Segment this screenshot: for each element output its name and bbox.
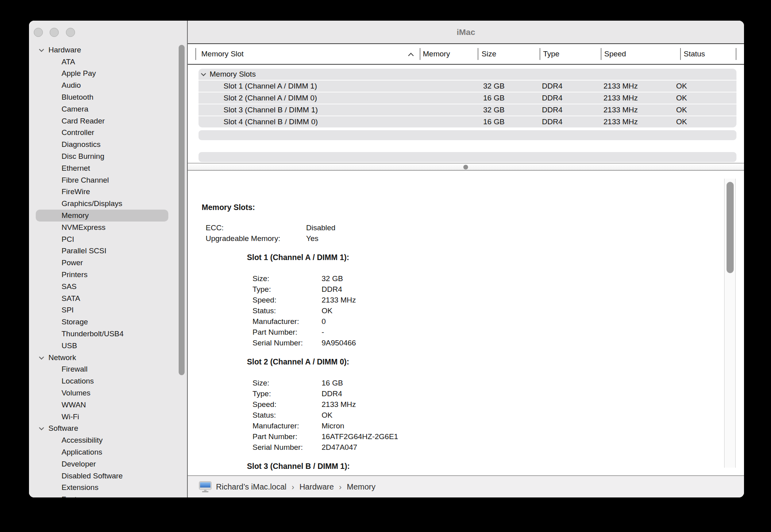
sidebar-item-pci[interactable]: PCI — [29, 233, 187, 245]
sidebar-scrollbar-thumb[interactable] — [179, 45, 185, 375]
column-header-status[interactable]: Status — [684, 50, 705, 58]
field-value: Disabled — [306, 222, 335, 233]
detail-content: Memory Slots: ECC: Disabled Upgradeable … — [188, 171, 744, 475]
cell-type: DDR4 — [542, 82, 563, 91]
breadcrumb-separator: › — [291, 482, 295, 492]
chevron-down-icon[interactable] — [39, 355, 44, 360]
sidebar-item-applications[interactable]: Applications — [29, 446, 187, 458]
detail-field: Upgradeable Memory: Yes — [206, 233, 744, 244]
field-label: Manufacturer: — [253, 316, 322, 327]
sidebar-item-memory[interactable]: Memory — [29, 210, 187, 222]
sidebar: Hardware ATA Apple Pay Audio Bluetooth C… — [29, 21, 188, 497]
sidebar-item-parallel-scsi[interactable]: Parallel SCSI — [29, 245, 187, 257]
zoom-button[interactable] — [66, 28, 75, 37]
sidebar-item-apple-pay[interactable]: Apple Pay — [29, 68, 187, 80]
sidebar-item-storage[interactable]: Storage — [29, 316, 187, 328]
window-title: iMac — [188, 27, 744, 37]
sidebar-item-controller[interactable]: Controller — [29, 127, 187, 139]
close-button[interactable] — [34, 28, 43, 37]
sidebar-item-camera[interactable]: Camera — [29, 103, 187, 115]
table-row[interactable]: Slot 4 (Channel B / DIMM 0) 16 GB DDR4 2… — [199, 116, 736, 127]
sidebar-item-software[interactable]: Software — [29, 423, 187, 435]
sidebar-item-nvmexpress[interactable]: NVMExpress — [29, 222, 187, 233]
slot-fields: Size:16 GB Type:DDR4 Speed:2133 MHz Stat… — [202, 378, 744, 453]
sidebar-item-wwan[interactable]: WWAN — [29, 399, 187, 411]
breadcrumb-item-memory: Memory — [347, 482, 376, 492]
sidebar-item-developer[interactable]: Developer — [29, 458, 187, 470]
column-separator[interactable] — [680, 48, 681, 60]
minimize-button[interactable] — [50, 28, 59, 37]
desktop: { "window": { "title": "iMac" }, "sideba… — [0, 0, 771, 532]
sidebar-item-ethernet[interactable]: Ethernet — [29, 162, 187, 174]
cell-type: DDR4 — [542, 118, 563, 126]
sidebar-item-network[interactable]: Network — [29, 352, 187, 364]
pane-splitter[interactable] — [188, 163, 744, 171]
field-label: Status: — [253, 410, 322, 420]
splitter-handle-icon[interactable] — [463, 165, 468, 170]
slot-1-section: Slot 1 (Channel A / DIMM 1): Size:32 GB … — [202, 252, 744, 348]
cell-size: 16 GB — [483, 94, 505, 102]
slot-heading: Slot 1 (Channel A / DIMM 1): — [247, 252, 744, 263]
field-value: 2133 MHz — [322, 295, 356, 305]
detail-scrollbar-thumb[interactable] — [727, 182, 734, 273]
field-value: 0 — [322, 316, 326, 327]
slot-3-section: Slot 3 (Channel B / DIMM 1): Size:32 GB — [202, 461, 744, 475]
sidebar-item-ata[interactable]: ATA — [29, 56, 187, 68]
column-header-size[interactable]: Size — [482, 50, 496, 58]
sidebar-item-locations[interactable]: Locations — [29, 375, 187, 387]
sidebar-item-accessibility[interactable]: Accessibility — [29, 434, 187, 446]
column-separator — [195, 48, 196, 60]
titlebar[interactable]: iMac — [188, 21, 744, 44]
sidebar-item-sata[interactable]: SATA — [29, 293, 187, 305]
sidebar-item-firewall[interactable]: Firewall — [29, 364, 187, 376]
sidebar-item-power[interactable]: Power — [29, 257, 187, 269]
sidebar-item-fonts[interactable]: Fonts — [29, 493, 187, 497]
field-label: Serial Number: — [253, 337, 322, 348]
field-label: Speed: — [253, 399, 322, 410]
sidebar-item-hardware[interactable]: Hardware — [29, 44, 187, 56]
field-value: OK — [322, 410, 332, 420]
field-value: 2133 MHz — [322, 399, 356, 410]
column-header-memory-slot[interactable]: Memory Slot — [201, 50, 244, 58]
breadcrumb-item-computer: Richard’s iMac.local — [216, 482, 286, 492]
column-separator[interactable] — [601, 48, 601, 60]
field-value: DDR4 — [322, 388, 342, 399]
sidebar-item-spi[interactable]: SPI — [29, 305, 187, 316]
sidebar-item-card-reader[interactable]: Card Reader — [29, 115, 187, 127]
cell-slot: Slot 3 (Channel B / DIMM 1) — [224, 106, 318, 114]
sidebar-item-bluetooth[interactable]: Bluetooth — [29, 91, 187, 103]
cell-status: OK — [676, 82, 687, 91]
sidebar-item-fibre-channel[interactable]: Fibre Channel — [29, 174, 187, 186]
field-label: Status: — [253, 305, 322, 316]
sidebar-item-extensions[interactable]: Extensions — [29, 482, 187, 493]
column-header-type[interactable]: Type — [543, 50, 559, 58]
sidebar-item-printers[interactable]: Printers — [29, 269, 187, 281]
column-header-memory[interactable]: Memory — [423, 50, 450, 58]
cell-speed: 2133 MHz — [603, 106, 638, 114]
slot-fields: Size:32 GB Type:DDR4 Speed:2133 MHz Stat… — [202, 273, 744, 348]
sidebar-item-diagnostics[interactable]: Diagnostics — [29, 139, 187, 150]
sidebar-item-disc-burning[interactable]: Disc Burning — [29, 150, 187, 162]
sidebar-item-firewire[interactable]: FireWire — [29, 186, 187, 198]
column-separator[interactable] — [478, 48, 478, 60]
column-separator[interactable] — [540, 48, 540, 60]
sidebar-item-thunderbolt-usb4[interactable]: Thunderbolt/USB4 — [29, 328, 187, 340]
sidebar-item-graphics-displays[interactable]: Graphics/Displays — [29, 198, 187, 210]
table-row[interactable]: Slot 3 (Channel B / DIMM 1) 32 GB DDR4 2… — [199, 104, 736, 116]
detail-pane: Memory Slots: ECC: Disabled Upgradeable … — [188, 171, 744, 475]
table-row[interactable]: Slot 1 (Channel A / DIMM 1) 32 GB DDR4 2… — [199, 80, 736, 92]
column-separator[interactable] — [420, 48, 420, 60]
table-group-row[interactable]: Memory Slots — [199, 69, 736, 80]
sidebar-item-disabled-software[interactable]: Disabled Software — [29, 470, 187, 482]
sidebar-item-usb[interactable]: USB — [29, 340, 187, 352]
chevron-down-icon[interactable] — [39, 47, 44, 52]
table-row[interactable]: Slot 2 (Channel A / DIMM 0) 16 GB DDR4 2… — [199, 92, 736, 104]
chevron-down-icon[interactable] — [201, 71, 206, 76]
cell-slot: Slot 4 (Channel B / DIMM 0) — [224, 118, 318, 126]
sidebar-item-wifi[interactable]: Wi-Fi — [29, 411, 187, 423]
sidebar-item-volumes[interactable]: Volumes — [29, 387, 187, 399]
sidebar-item-sas[interactable]: SAS — [29, 281, 187, 293]
chevron-down-icon[interactable] — [39, 425, 44, 430]
column-header-speed[interactable]: Speed — [604, 50, 626, 58]
sidebar-item-audio[interactable]: Audio — [29, 79, 187, 91]
